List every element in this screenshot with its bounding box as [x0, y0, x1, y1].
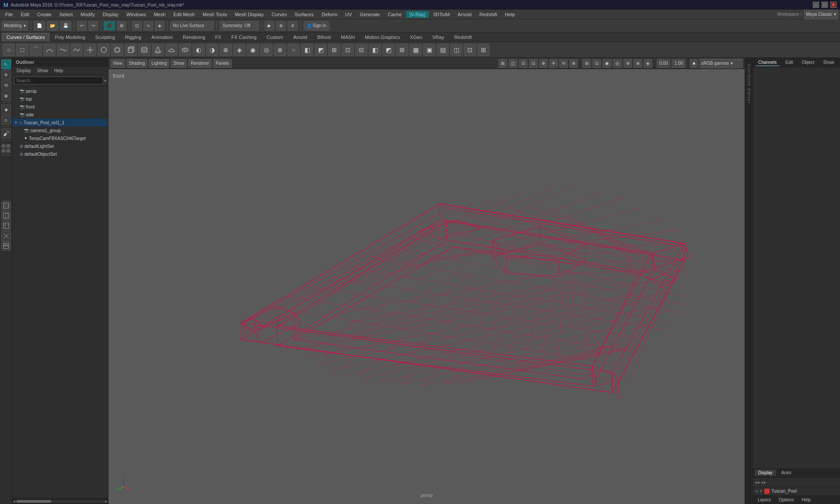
- lasso-mode-button[interactable]: ⊞: [117, 21, 126, 31]
- shelf-icon-project[interactable]: ◩: [315, 44, 327, 56]
- shelf-icon-extrude[interactable]: ◉: [247, 44, 259, 56]
- outliner-item-lightset[interactable]: ◎ defaultLightSet: [12, 142, 108, 150]
- select-tool-button[interactable]: ↖: [1, 60, 11, 69]
- paint-tool-button[interactable]: 🖌: [1, 129, 11, 138]
- layer-nav-left[interactable]: ◂: [755, 480, 757, 485]
- symmetry-button[interactable]: Symmetry: Off: [220, 21, 259, 31]
- outliner-scrollbar[interactable]: ◂ ▸: [12, 498, 108, 504]
- display-3[interactable]: [1, 221, 11, 231]
- vp-render-5[interactable]: ⊕: [623, 59, 632, 68]
- tab-arnold[interactable]: Arnold: [288, 33, 312, 42]
- shelf-icon-surface-flow[interactable]: ⊡: [464, 44, 476, 56]
- shelf-icon-stitch[interactable]: ▤: [437, 44, 449, 56]
- tab-motion-graphics[interactable]: Motion Graphics: [360, 33, 405, 42]
- outliner-item-camera-group[interactable]: 📷 camera1_group: [12, 126, 108, 134]
- vp-cam-next[interactable]: ⊡: [529, 59, 538, 68]
- pause-button[interactable]: ⏸: [287, 21, 298, 31]
- shelf-icon-circle[interactable]: ○: [3, 44, 15, 56]
- move-tool-button[interactable]: ✛: [1, 70, 11, 80]
- vp-cam-move[interactable]: ✛: [549, 59, 558, 68]
- shelf-icon-curve3[interactable]: [70, 44, 83, 56]
- snap-group-2[interactable]: ⊡: [6, 144, 10, 148]
- vp-cam-prev[interactable]: ⊡: [519, 59, 528, 68]
- menu-help[interactable]: Help: [501, 11, 518, 18]
- menu-vray[interactable]: [V-Ray]: [406, 11, 429, 18]
- tab-rigging[interactable]: Rigging: [120, 33, 146, 42]
- display-1[interactable]: [1, 201, 11, 210]
- outliner-menu-display[interactable]: Display: [14, 68, 34, 74]
- shelf-icon-cv-hardness[interactable]: ⊞: [477, 44, 490, 56]
- vp-render-6[interactable]: ⊗: [634, 59, 642, 68]
- outliner-scroll-thumb[interactable]: [16, 500, 51, 503]
- tab-fx[interactable]: FX: [210, 33, 226, 42]
- shelf-icon-bevel[interactable]: ▣: [423, 44, 435, 56]
- layers-btn[interactable]: Layers: [756, 497, 773, 503]
- maximize-button[interactable]: □: [822, 2, 828, 8]
- rp-tab-edit[interactable]: Edit: [783, 59, 795, 66]
- vp-cam-fit[interactable]: ◫: [508, 59, 518, 68]
- tab-rendering[interactable]: Rendering: [178, 33, 210, 42]
- outliner-scroll-right[interactable]: ▸: [105, 499, 107, 504]
- shelf-icon-plane[interactable]: [165, 44, 178, 56]
- vp-render-3[interactable]: ◉: [602, 59, 612, 68]
- outliner-scroll-left[interactable]: ◂: [13, 499, 15, 504]
- shelf-icon-square-surf[interactable]: ◧: [301, 44, 313, 56]
- shelf-icon-loft[interactable]: ◈: [233, 44, 245, 56]
- rp-tab-object[interactable]: Object: [799, 59, 817, 66]
- shelf-icon-nurbs3[interactable]: ⊕: [220, 44, 232, 56]
- rp-tab-show[interactable]: Show: [820, 59, 836, 66]
- outliner-scroll-track[interactable]: [16, 500, 104, 503]
- menu-edit-mesh[interactable]: Edit Mesh: [170, 11, 198, 18]
- outliner-search-input[interactable]: [14, 77, 103, 84]
- outliner-menu-show[interactable]: Show: [35, 68, 51, 74]
- tab-vray[interactable]: VRay: [427, 33, 449, 42]
- shelf-icon-birail[interactable]: ⊗: [274, 44, 286, 56]
- shelf-icon-nurbs1[interactable]: ◐: [192, 44, 205, 56]
- menu-create[interactable]: Create: [34, 11, 55, 18]
- help-btn[interactable]: Help: [799, 497, 813, 503]
- outliner-search-dropdown[interactable]: ▾: [104, 78, 106, 83]
- snap-group-4[interactable]: ⊡: [6, 149, 10, 153]
- vp-gamma-dropdown[interactable]: sRGB gamma ▾: [699, 59, 743, 68]
- vp-menu-shading[interactable]: Shading: [126, 59, 148, 68]
- ipr-button[interactable]: ⊕: [276, 21, 286, 31]
- scale-tool-button[interactable]: ⊕: [1, 91, 11, 101]
- outliner-item-top[interactable]: 📷 top: [12, 95, 108, 103]
- open-scene-button[interactable]: 📂: [47, 21, 58, 31]
- shelf-icon-cone[interactable]: [152, 44, 164, 56]
- no-live-surface-button[interactable]: No Live Surface: [170, 21, 214, 31]
- vp-render-4[interactable]: ◎: [613, 59, 622, 68]
- vp-cam-scale[interactable]: ⊗: [569, 59, 578, 68]
- tab-redshift[interactable]: Redshift: [449, 33, 476, 42]
- menu-mesh[interactable]: Mesh: [150, 11, 169, 18]
- tab-curves-surfaces[interactable]: Curves / Surfaces: [2, 33, 49, 42]
- shelf-icon-cube[interactable]: [125, 44, 137, 56]
- mode-dropdown[interactable]: Modeling ▾: [2, 21, 28, 31]
- vp-cam-select[interactable]: ⊕: [539, 59, 548, 68]
- shelf-icon-detach[interactable]: ◩: [382, 44, 395, 56]
- redo-button[interactable]: ↪: [88, 21, 98, 31]
- shelf-icon-torus[interactable]: [179, 44, 191, 56]
- ch-tab-anim[interactable]: Anim: [778, 469, 795, 476]
- menu-deform[interactable]: Deform: [318, 11, 341, 18]
- vp-menu-view[interactable]: View: [110, 59, 125, 68]
- snap-curve-button[interactable]: ∿: [144, 21, 153, 31]
- snap-grid-button[interactable]: ⊡: [132, 21, 142, 31]
- options-btn[interactable]: Options: [777, 497, 796, 503]
- vp-menu-renderer[interactable]: Renderer: [188, 59, 212, 68]
- outliner-item-tuscan-pool[interactable]: ▼ ◇ Tuscan_Pool_ncl1_1: [12, 119, 108, 126]
- tab-mash[interactable]: MASH: [336, 33, 360, 42]
- menu-mesh-display[interactable]: Mesh Display: [231, 11, 267, 18]
- layer-nav-next[interactable]: ▸: [764, 480, 766, 485]
- menu-mesh-tools[interactable]: Mesh Tools: [199, 11, 230, 18]
- tab-bifrost[interactable]: Bifrost: [312, 33, 336, 42]
- display-5[interactable]: [1, 241, 11, 251]
- outliner-item-objectset[interactable]: ◎ defaultObjectSet: [12, 150, 108, 158]
- snap-point-button[interactable]: ◈: [155, 21, 164, 31]
- shelf-icon-sphere[interactable]: [111, 44, 123, 56]
- menu-edit[interactable]: Edit: [18, 11, 33, 18]
- vp-value-1[interactable]: 0.00: [657, 59, 670, 68]
- menu-curves[interactable]: Curves: [268, 11, 290, 18]
- sign-in-button[interactable]: 👤 Sign In: [304, 21, 329, 31]
- minimize-button[interactable]: ─: [813, 2, 819, 8]
